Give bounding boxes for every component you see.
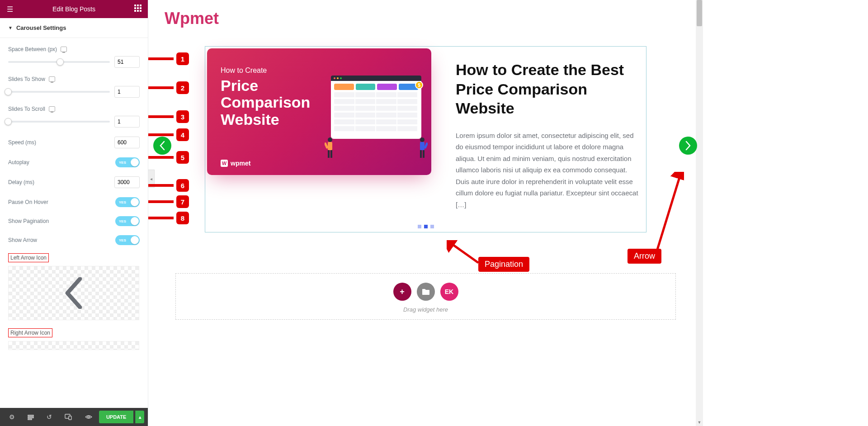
responsive-icon[interactable]	[49, 106, 55, 112]
svg-rect-7	[137, 10, 139, 12]
dropzone-label: Drag widget here	[176, 306, 675, 313]
preview-icon[interactable]	[80, 410, 97, 424]
label-autoplay: Autoplay	[8, 159, 29, 166]
label-speed: Speed (ms)	[8, 139, 36, 146]
annotation-pagination-arrow	[447, 240, 483, 267]
template-library-button[interactable]	[417, 283, 435, 301]
carousel-next-button[interactable]	[679, 137, 697, 155]
section-toggle-carousel[interactable]: ▼ Carousel Settings	[0, 18, 148, 38]
section-title: Carousel Settings	[16, 24, 66, 31]
page-title: Wpmet	[165, 9, 689, 28]
sidebar-footer: ⚙ ↺ UPDATE ▲	[0, 408, 148, 426]
svg-rect-11	[28, 419, 32, 420]
update-options-button[interactable]: ▲	[135, 411, 144, 423]
mock-browser	[331, 76, 421, 139]
annotation-arrow: Arrow	[627, 249, 661, 264]
toggle-show-pagination[interactable]: YES	[115, 216, 140, 226]
input-delay[interactable]	[114, 176, 140, 188]
slide-image-subtitle: How to Create	[221, 66, 418, 75]
responsive-icon[interactable]	[49, 76, 55, 82]
chevron-right-icon	[684, 141, 692, 151]
person-icon	[325, 137, 335, 158]
annotation-pagination: Pagination	[478, 257, 529, 272]
slider-slides-show[interactable]	[8, 91, 110, 93]
svg-rect-10	[28, 417, 33, 418]
left-arrow-icon-picker[interactable]	[8, 266, 139, 320]
input-space-between[interactable]	[114, 56, 140, 68]
svg-rect-8	[140, 10, 142, 12]
label-slides-scroll: Slides To Scroll	[8, 106, 45, 112]
scroll-thumb[interactable]	[697, 0, 702, 26]
settings-icon[interactable]: ⚙	[4, 410, 20, 424]
panel-title: Edit Blog Posts	[52, 5, 95, 13]
wpmet-logo: Wwpmet	[221, 160, 250, 167]
scrollbar[interactable]: ▲ ▼	[696, 0, 703, 426]
menu-icon[interactable]: ☰	[5, 5, 15, 14]
slide-title: How to Create the Best Price Comparison …	[456, 60, 640, 118]
label-slides-show: Slides To Show	[8, 76, 45, 82]
slider-slides-scroll[interactable]	[8, 121, 110, 123]
svg-rect-3	[134, 7, 136, 9]
svg-line-25	[450, 243, 478, 263]
svg-rect-9	[28, 415, 33, 416]
toggle-autoplay[interactable]: YES	[115, 157, 140, 167]
svg-rect-0	[134, 5, 136, 6]
svg-rect-13	[69, 416, 71, 420]
responsive-icon[interactable]	[61, 47, 67, 52]
svg-rect-23	[423, 150, 425, 158]
drop-zone[interactable]: + EK Drag widget here	[175, 273, 676, 320]
chevron-left-icon	[63, 277, 85, 309]
svg-rect-18	[330, 150, 332, 158]
svg-line-26	[657, 175, 680, 251]
input-slides-scroll[interactable]	[114, 116, 140, 128]
preview-canvas: Wpmet How to Create Price Comparison Web…	[148, 0, 703, 426]
right-arrow-icon-picker[interactable]	[8, 341, 139, 350]
carousel-slide: How to Create Price Comparison Website W…	[205, 47, 646, 224]
svg-rect-22	[420, 150, 422, 158]
scroll-down-icon[interactable]: ▼	[696, 419, 703, 426]
svg-point-14	[88, 416, 90, 418]
svg-rect-6	[134, 10, 136, 12]
sidebar-header: ☰ Edit Blog Posts	[0, 0, 148, 18]
add-section-button[interactable]: +	[393, 283, 411, 301]
label-space-between: Space Between (px)	[8, 46, 57, 52]
svg-rect-16	[328, 142, 332, 150]
history-icon[interactable]: ↺	[41, 410, 58, 424]
person-icon	[417, 137, 428, 158]
responsive-mode-icon[interactable]	[60, 410, 76, 424]
svg-rect-5	[140, 7, 142, 9]
pagination-dot-active[interactable]	[424, 225, 428, 228]
input-slides-show[interactable]	[114, 86, 140, 98]
carousel-pagination	[205, 225, 646, 230]
svg-rect-17	[328, 150, 330, 158]
coin-icon: $	[415, 81, 423, 89]
pagination-dot[interactable]	[430, 225, 434, 228]
label-show-pagination: Show Pagination	[8, 218, 49, 224]
svg-point-15	[328, 137, 332, 142]
svg-rect-2	[140, 5, 142, 6]
toggle-show-arrow[interactable]: YES	[115, 235, 140, 245]
svg-rect-1	[137, 5, 139, 6]
carousel-prev-button[interactable]	[153, 137, 171, 155]
elementskit-button[interactable]: EK	[440, 283, 458, 301]
svg-rect-4	[137, 7, 139, 9]
navigator-icon[interactable]	[22, 410, 39, 424]
svg-rect-21	[420, 142, 425, 150]
toggle-pause-hover[interactable]: YES	[115, 197, 140, 207]
carousel: How to Create Price Comparison Website W…	[205, 46, 646, 232]
pagination-dot[interactable]	[418, 225, 421, 228]
update-button[interactable]: UPDATE	[99, 411, 133, 423]
label-left-arrow-icon: Left Arrow Icon	[8, 253, 49, 262]
label-delay: Delay (ms)	[8, 179, 34, 185]
svg-point-20	[420, 137, 425, 142]
label-right-arrow-icon: Right Arrow Icon	[8, 328, 52, 337]
input-speed[interactable]	[114, 137, 140, 148]
slide-body: Lorem ipsum dolor sit amet, consectetur …	[456, 130, 640, 211]
label-pause-hover: Pause On Hover	[8, 199, 48, 205]
slider-space-between[interactable]	[8, 61, 110, 63]
caret-down-icon: ▼	[8, 25, 13, 30]
label-show-arrow: Show Arrow	[8, 237, 37, 243]
annotation-arrow-arrow	[652, 172, 684, 253]
widgets-icon[interactable]	[132, 5, 143, 14]
slide-image: How to Create Price Comparison Website W…	[207, 48, 431, 175]
